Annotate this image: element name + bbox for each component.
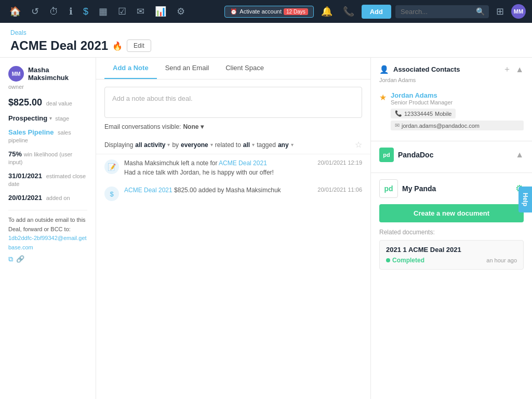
activity-deal-link2[interactable]: ACME Deal 2021: [124, 187, 172, 194]
activity-header-deal: ACME Deal 2021 $825.00 added by Masha Ma…: [124, 187, 362, 194]
activity-meta-deal: ACME Deal 2021 $825.00 added by Masha Ma…: [124, 187, 281, 194]
check-icon[interactable]: ☑: [115, 4, 129, 19]
close-date: 31/01/2021: [8, 172, 42, 180]
everyone-filter[interactable]: everyone: [181, 141, 208, 149]
pandadoc-body: pd My Panda ⚙ Create a new document Rela…: [371, 173, 532, 276]
email-chip-icon: ✉: [395, 122, 400, 129]
contact-star-icon[interactable]: ★: [379, 92, 387, 102]
tab-send-email[interactable]: Send an Email: [157, 58, 218, 79]
owner-name: Masha Maksimchuk: [28, 66, 87, 82]
activity-item-note: 📝 Masha Maksimchuk left a note for ACME …: [104, 159, 362, 176]
clock-icon[interactable]: ⏱: [46, 4, 62, 19]
activity-header: Masha Maksimchuk left a note for ACME De…: [124, 159, 362, 167]
chart-icon[interactable]: 📊: [152, 4, 169, 19]
activity-dropdown-icon[interactable]: ▾: [167, 142, 170, 148]
contact-info: Jordan Adams Senior Product Manager 📞 12…: [391, 91, 524, 130]
copy-icons-row: ⧉ 🔗: [8, 254, 87, 265]
contacts-section-header: 👤 Associated Contacts ＋ ▲: [379, 64, 524, 75]
contacts-subtitle: Jordan Adams: [379, 77, 524, 83]
stage-dropdown-icon[interactable]: ▾: [49, 115, 52, 121]
help-button[interactable]: Help: [518, 187, 532, 212]
mail-icon[interactable]: ✉: [134, 4, 148, 19]
contacts-icon: 👤: [379, 65, 389, 74]
search-input[interactable]: [395, 5, 489, 18]
document-card: 2021 1 ACME Deal 2021 Completed an hour …: [379, 240, 524, 270]
related-label: related to: [215, 141, 241, 149]
page-header: Deals ACME Deal 2021 🔥 Edit: [0, 23, 532, 58]
pandadoc-title: PandaDoc: [398, 151, 433, 159]
activate-days-badge: 12 Days: [284, 8, 308, 15]
fire-icon: 🔥: [112, 41, 123, 51]
activity-filter-row: Displaying all activity ▾ by everyone ▾ …: [96, 136, 370, 154]
activity-meta-note: Masha Maksimchuk left a note for ACME De…: [124, 159, 267, 167]
undo-icon[interactable]: ↺: [28, 4, 42, 19]
everyone-dropdown-icon[interactable]: ▾: [210, 142, 213, 148]
close-date-row: 31/01/2021 estimated close date: [8, 172, 87, 188]
user-avatar[interactable]: MM: [511, 4, 526, 19]
add-button[interactable]: Add: [362, 5, 391, 19]
all-related-filter[interactable]: all: [243, 141, 250, 149]
pd-app-name: My Panda: [402, 184, 511, 193]
clock-small-icon: ⏰: [230, 8, 237, 15]
tab-add-note[interactable]: Add a Note: [104, 58, 157, 79]
contacts-actions: ＋ ▲: [503, 64, 524, 75]
gear-icon[interactable]: ⚙: [174, 4, 188, 19]
contact-chips: 📞 123334445 Mobile: [391, 109, 524, 118]
grid-icon[interactable]: ⊞: [493, 4, 507, 19]
note-input-area[interactable]: Add a note about this deal.: [104, 87, 362, 118]
contacts-title: 👤 Associated Contacts: [379, 65, 460, 74]
contact-name[interactable]: Jordan Adams: [391, 91, 524, 99]
contact-job-title: Senior Product Manager: [391, 99, 524, 105]
pd-app-logo: pd: [379, 179, 398, 198]
stage-row: Prospecting ▾ stage: [8, 114, 87, 122]
all-activity-filter[interactable]: all activity: [135, 141, 165, 149]
stage-label: stage: [55, 115, 69, 122]
dollar-icon[interactable]: $: [80, 4, 91, 19]
email-visible-value[interactable]: None ▾: [183, 123, 203, 130]
pipeline-name[interactable]: Sales Pipeline: [8, 128, 54, 136]
collapse-pandadoc-icon[interactable]: ▲: [515, 150, 524, 159]
related-dropdown-icon[interactable]: ▾: [252, 142, 255, 148]
activity-feed: 📝 Masha Maksimchuk left a note for ACME …: [96, 154, 370, 399]
info-icon[interactable]: ℹ: [66, 4, 76, 19]
any-dropdown-icon[interactable]: ▾: [291, 142, 294, 148]
win-value: 75%: [8, 150, 22, 158]
email-address[interactable]: 1db2ddfc-2bf99342@email.getbase.com: [8, 235, 87, 250]
owner-label: owner: [8, 84, 87, 90]
create-document-button[interactable]: Create a new document: [379, 204, 524, 222]
email-visible-row: Email conversations visible: None ▾: [96, 123, 370, 136]
by-label: by: [172, 141, 179, 149]
tabs-row: Add a Note Send an Email Client Space: [96, 58, 370, 79]
breadcrumb[interactable]: Deals: [10, 29, 522, 36]
dollar-activity-icon: $: [104, 187, 119, 201]
calendar-icon[interactable]: ▦: [96, 4, 111, 19]
add-contact-icon[interactable]: ＋: [503, 64, 511, 75]
doc-time: an hour ago: [486, 257, 517, 263]
activity-body-note: Masha Maksimchuk left a note for ACME De…: [124, 159, 362, 176]
doc-name[interactable]: 2021 1 ACME Deal 2021: [386, 246, 517, 254]
link-icon[interactable]: 🔗: [16, 254, 24, 265]
bell-icon[interactable]: 🔔: [318, 4, 336, 19]
left-sidebar: MM Masha Maksimchuk owner $825.00 deal v…: [0, 58, 96, 399]
stage-value: Prospecting: [8, 114, 47, 122]
added-date: 20/01/2021: [8, 194, 42, 202]
copy-icon[interactable]: ⧉: [8, 254, 13, 265]
edit-button[interactable]: Edit: [127, 39, 151, 52]
pandadoc-section: pd PandaDoc ▲: [371, 141, 532, 173]
associated-contacts-section: 👤 Associated Contacts ＋ ▲ Jordan Adams ★…: [371, 58, 532, 141]
activity-deal-link[interactable]: ACME Deal 2021: [219, 159, 267, 167]
star-filter-icon[interactable]: ☆: [355, 140, 362, 150]
pd-app-row: pd My Panda ⚙: [379, 179, 524, 198]
collapse-contacts-icon[interactable]: ▲: [515, 65, 524, 74]
top-navigation: 🏠 ↺ ⏱ ℹ $ ▦ ☑ ✉ 📊 ⚙ ⏰ Activate account 1…: [0, 0, 532, 23]
any-filter[interactable]: any: [278, 141, 289, 149]
phone-chip[interactable]: 📞 123334445 Mobile: [391, 109, 456, 118]
home-icon[interactable]: 🏠: [6, 4, 24, 19]
email-chip[interactable]: ✉ jordan.adams@pandadoc.com: [391, 121, 524, 130]
phone-icon[interactable]: 📞: [340, 4, 357, 19]
activate-account-button[interactable]: ⏰ Activate account 12 Days: [224, 6, 313, 18]
email-fwd-text: To add an outside email to this Deal, fo…: [8, 217, 86, 232]
tab-client-space[interactable]: Client Space: [217, 58, 272, 79]
activity-item-deal: $ ACME Deal 2021 $825.00 added by Masha …: [104, 187, 362, 201]
note-activity-icon: 📝: [104, 159, 119, 174]
